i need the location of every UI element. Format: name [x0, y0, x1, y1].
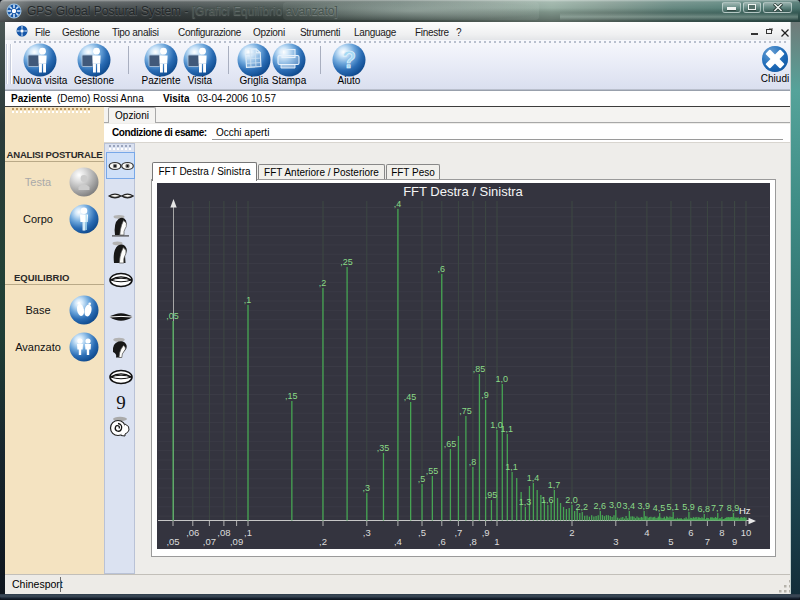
- svg-text:,4: ,4: [394, 199, 402, 209]
- svg-text:1,1: 1,1: [501, 424, 514, 434]
- svg-text:,09: ,09: [230, 536, 243, 547]
- svg-text:8,9: 8,9: [727, 503, 740, 513]
- svg-text:,2: ,2: [319, 536, 327, 547]
- svg-text:,75: ,75: [459, 406, 472, 416]
- svg-text:,2: ,2: [319, 278, 327, 288]
- svg-text:2: 2: [569, 527, 574, 538]
- svg-text:6,8: 6,8: [698, 504, 711, 514]
- svg-text:4,5: 4,5: [653, 503, 666, 513]
- svg-text:,8: ,8: [469, 457, 477, 467]
- svg-text:,5: ,5: [418, 527, 426, 538]
- svg-text:Hz: Hz: [739, 505, 751, 516]
- svg-text:5: 5: [668, 536, 673, 547]
- svg-text:,7: ,7: [454, 527, 462, 538]
- svg-text:1,6: 1,6: [541, 495, 554, 505]
- svg-text:10: 10: [741, 527, 752, 538]
- svg-text:3,9: 3,9: [637, 501, 650, 511]
- svg-text:,9: ,9: [482, 527, 490, 538]
- svg-text:7: 7: [705, 536, 710, 547]
- svg-text:,55: ,55: [426, 466, 439, 476]
- svg-text:,3: ,3: [363, 483, 371, 493]
- svg-text:,1: ,1: [244, 295, 252, 305]
- svg-text:5,9: 5,9: [682, 502, 695, 512]
- svg-text:2,6: 2,6: [594, 501, 607, 511]
- svg-text:,07: ,07: [203, 536, 216, 547]
- svg-text:1,3: 1,3: [519, 497, 532, 507]
- svg-text:,1: ,1: [244, 527, 252, 538]
- svg-text:,05: ,05: [166, 311, 179, 321]
- svg-text:,08: ,08: [217, 527, 230, 538]
- svg-text:,06: ,06: [186, 527, 199, 538]
- svg-text:,15: ,15: [285, 391, 298, 401]
- svg-text:1,0: 1,0: [496, 374, 509, 384]
- svg-text:3,0: 3,0: [609, 500, 622, 510]
- svg-text:5,1: 5,1: [666, 502, 679, 512]
- svg-text:,5: ,5: [418, 474, 426, 484]
- svg-text:1: 1: [494, 536, 499, 547]
- svg-text:,3: ,3: [363, 527, 371, 538]
- svg-text:6: 6: [688, 527, 693, 538]
- svg-text:,65: ,65: [444, 439, 457, 449]
- svg-text:9: 9: [732, 536, 737, 547]
- svg-text:8: 8: [719, 527, 724, 538]
- svg-text:3: 3: [613, 536, 618, 547]
- svg-text:,35: ,35: [377, 443, 390, 453]
- svg-text:,25: ,25: [340, 257, 353, 267]
- svg-text:,8: ,8: [469, 536, 477, 547]
- svg-text:,45: ,45: [404, 392, 417, 402]
- svg-text:1,1: 1,1: [505, 462, 518, 472]
- svg-text:4: 4: [644, 527, 649, 538]
- svg-text:FFT Destra / Sinistra: FFT Destra / Sinistra: [403, 184, 523, 199]
- svg-text:,6: ,6: [438, 536, 446, 547]
- svg-text:,6: ,6: [438, 264, 446, 274]
- svg-text:?: ?: [342, 47, 356, 73]
- svg-text:,9: ,9: [481, 390, 489, 400]
- svg-text:,95: ,95: [485, 490, 498, 500]
- svg-text:,05: ,05: [166, 536, 179, 547]
- svg-text:,4: ,4: [394, 536, 402, 547]
- svg-text:1,4: 1,4: [527, 473, 540, 483]
- svg-text:9: 9: [116, 392, 126, 413]
- svg-text:7,7: 7,7: [711, 503, 724, 513]
- svg-text:1,7: 1,7: [548, 480, 561, 490]
- svg-text:3,4: 3,4: [623, 501, 636, 511]
- svg-text:,85: ,85: [473, 364, 486, 374]
- svg-text:2,2: 2,2: [576, 502, 589, 512]
